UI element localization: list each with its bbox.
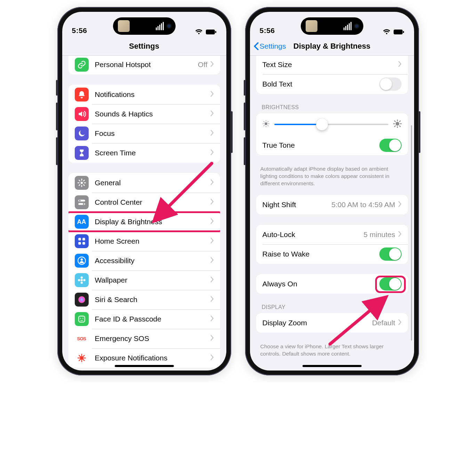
true-tone-toggle[interactable] bbox=[379, 139, 402, 152]
section-footer-truetone: Automatically adapt iPhone display based… bbox=[260, 165, 404, 187]
chevron-right-icon bbox=[210, 257, 214, 265]
row-display-zoom[interactable]: Display Zoom Default bbox=[256, 313, 408, 333]
svg-point-17 bbox=[83, 279, 86, 282]
section-always-on: Always On bbox=[256, 274, 408, 294]
row-label: Text Size bbox=[263, 60, 398, 69]
row-focus[interactable]: Focus bbox=[68, 124, 220, 143]
row-hotspot[interactable]: Personal HotspotOff bbox=[68, 56, 220, 74]
svg-point-2 bbox=[80, 182, 83, 184]
side-button bbox=[244, 103, 245, 130]
row-label: Display & Brightness bbox=[95, 218, 210, 226]
svg-point-18 bbox=[78, 296, 85, 303]
row-controlcenter[interactable]: Control Center bbox=[68, 193, 220, 212]
svg-line-27 bbox=[79, 355, 80, 356]
row-label: Bold Text bbox=[263, 80, 379, 88]
row-label: Siri & Search bbox=[95, 295, 210, 304]
row-label: Exposure Notifications bbox=[95, 354, 210, 362]
row-wallpaper[interactable]: Wallpaper bbox=[68, 270, 220, 290]
section-text: Text Size Bold Text bbox=[256, 56, 408, 94]
svg-line-41 bbox=[264, 125, 264, 126]
row-siri[interactable]: Siri & Search bbox=[68, 290, 220, 309]
row-label: Always On bbox=[263, 280, 379, 288]
settings-group-general: GeneralControl CenterAADisplay & Brightn… bbox=[68, 173, 220, 368]
row-faceid[interactable]: Face ID & Passcode bbox=[68, 309, 220, 329]
row-night-shift[interactable]: Night Shift 5:00 AM to 4:59 AM bbox=[256, 195, 408, 214]
row-label: Display Zoom bbox=[263, 319, 372, 327]
chevron-right-icon bbox=[398, 61, 402, 68]
svg-point-12 bbox=[80, 259, 83, 261]
svg-point-34 bbox=[265, 122, 267, 125]
home-indicator[interactable] bbox=[115, 365, 174, 367]
row-detail: Off bbox=[198, 60, 208, 69]
row-detail: Default bbox=[372, 319, 395, 327]
phone-left: 5:56 Settings Personal HotspotOff Notifi… bbox=[57, 7, 231, 375]
hotspot-icon bbox=[75, 58, 89, 72]
row-sounds[interactable]: Sounds & Haptics bbox=[68, 104, 220, 124]
row-label: True Tone bbox=[263, 141, 379, 149]
row-true-tone[interactable]: True Tone bbox=[256, 136, 408, 155]
status-time: 5:56 bbox=[72, 26, 87, 35]
chevron-right-icon bbox=[210, 335, 214, 342]
row-sos[interactable]: SOSEmergency SOS bbox=[68, 329, 220, 348]
row-bold-text[interactable]: Bold Text bbox=[256, 74, 408, 94]
row-label: Face ID & Passcode bbox=[95, 315, 210, 323]
sun-dim-icon bbox=[263, 120, 269, 129]
always-on-toggle[interactable] bbox=[379, 277, 402, 291]
side-button bbox=[56, 80, 58, 96]
side-button bbox=[56, 137, 58, 165]
display-icon: AA bbox=[75, 215, 89, 229]
side-button bbox=[244, 80, 245, 96]
brightness-slider-track[interactable] bbox=[274, 124, 388, 125]
row-label: General bbox=[95, 179, 210, 187]
island-album-art bbox=[306, 20, 317, 32]
chevron-right-icon bbox=[210, 110, 214, 118]
settings-group-network: Personal HotspotOff bbox=[68, 56, 220, 74]
page-title: Settings bbox=[129, 42, 159, 51]
row-raise-to-wake[interactable]: Raise to Wake bbox=[256, 244, 408, 264]
svg-line-42 bbox=[268, 122, 268, 122]
row-general[interactable]: General bbox=[68, 173, 220, 193]
svg-point-4 bbox=[79, 200, 80, 201]
row-screentime[interactable]: Screen Time bbox=[68, 143, 220, 163]
slider-thumb[interactable] bbox=[316, 119, 328, 130]
back-label: Settings bbox=[260, 42, 286, 50]
island-camera-icon bbox=[355, 24, 358, 28]
row-notifications[interactable]: Notifications bbox=[68, 85, 220, 104]
screentime-icon bbox=[75, 146, 89, 160]
row-label: Focus bbox=[95, 129, 210, 138]
general-icon bbox=[75, 176, 89, 190]
phone-right: 5:56 Settings Display & Brightness T bbox=[245, 7, 419, 375]
sos-icon: SOS bbox=[75, 332, 89, 345]
raise-to-wake-toggle[interactable] bbox=[379, 247, 402, 261]
settings-group-notifications: NotificationsSounds & HapticsFocusScreen… bbox=[68, 85, 220, 163]
controlcenter-icon bbox=[75, 195, 89, 209]
svg-rect-33 bbox=[403, 31, 404, 33]
svg-line-51 bbox=[400, 121, 400, 122]
chevron-right-icon bbox=[210, 354, 214, 362]
island-audio-bars-icon bbox=[344, 22, 352, 30]
chevron-right-icon bbox=[210, 296, 214, 303]
svg-line-29 bbox=[79, 359, 80, 360]
row-display[interactable]: AADisplay & Brightness bbox=[68, 212, 220, 231]
row-homescreen[interactable]: Home Screen bbox=[68, 231, 220, 251]
bold-text-toggle[interactable] bbox=[379, 78, 402, 91]
chevron-right-icon bbox=[210, 218, 214, 226]
home-indicator[interactable] bbox=[302, 365, 362, 367]
siri-icon bbox=[75, 293, 89, 307]
row-auto-lock[interactable]: Auto-Lock 5 minutes bbox=[256, 225, 408, 244]
row-label: Raise to Wake bbox=[263, 250, 379, 258]
chevron-right-icon bbox=[210, 276, 214, 284]
svg-rect-32 bbox=[394, 30, 403, 34]
row-text-size[interactable]: Text Size bbox=[256, 56, 408, 74]
svg-point-13 bbox=[80, 279, 83, 282]
back-button[interactable]: Settings bbox=[253, 42, 286, 50]
row-brightness-slider[interactable] bbox=[256, 113, 408, 136]
chevron-right-icon bbox=[210, 179, 214, 187]
dynamic-island bbox=[301, 17, 363, 35]
svg-line-40 bbox=[268, 125, 268, 126]
row-accessibility[interactable]: Accessibility bbox=[68, 251, 220, 270]
svg-rect-19 bbox=[79, 316, 84, 322]
dynamic-island bbox=[113, 17, 176, 35]
row-always-on[interactable]: Always On bbox=[256, 274, 408, 294]
homescreen-icon bbox=[75, 234, 89, 248]
